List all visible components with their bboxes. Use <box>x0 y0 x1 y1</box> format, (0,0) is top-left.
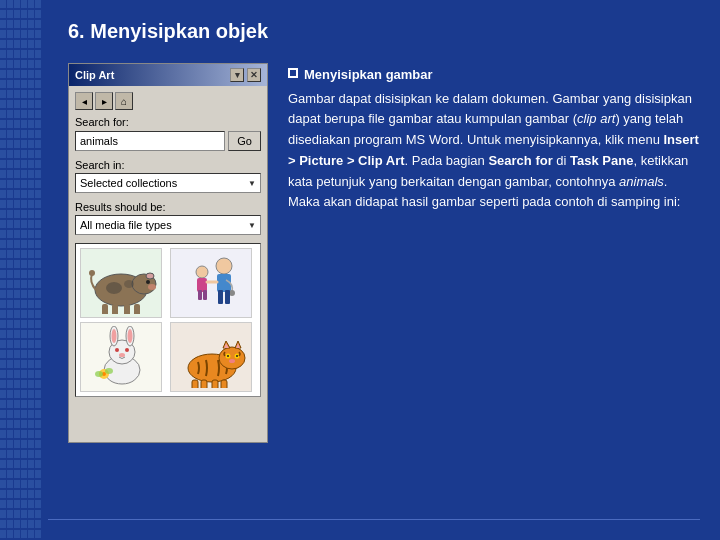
svg-point-45 <box>229 359 235 363</box>
description-text: Gambar dapat disisipkan ke dalam dokumen… <box>288 89 700 214</box>
clip-art-doctor[interactable] <box>170 248 252 318</box>
clip-art-panel: Clip Art ▾ ✕ ◂ ▸ ⌂ Search for: <box>68 63 268 443</box>
svg-rect-49 <box>221 380 227 388</box>
svg-rect-5 <box>102 304 108 314</box>
results-dropdown[interactable]: All media file types ▼ <box>75 215 261 235</box>
search-in-label: Search in: <box>75 159 261 171</box>
search-in-dropdown[interactable]: Selected collections ▼ <box>75 173 261 193</box>
svg-rect-16 <box>225 290 230 304</box>
results-value: All media file types <box>80 219 172 231</box>
panel-titlebar-icons: ▾ ✕ <box>230 68 261 82</box>
svg-point-26 <box>111 329 116 343</box>
main-content: 6. Menyisipkan objek Clip Art ▾ ✕ ◂ ▸ <box>48 0 720 540</box>
svg-point-3 <box>146 280 150 284</box>
panel-titlebar-left: Clip Art <box>75 69 114 81</box>
page-title: 6. Menyisipkan objek <box>68 20 700 43</box>
svg-point-34 <box>105 368 113 374</box>
decorative-stripes <box>0 0 48 540</box>
image-grid <box>75 243 261 397</box>
svg-rect-8 <box>134 304 140 314</box>
doctor-svg <box>174 252 249 314</box>
panel-nav: ◂ ▸ ⌂ <box>75 92 261 110</box>
minimize-button[interactable]: ▾ <box>230 68 244 82</box>
panel-titlebar: Clip Art ▾ ✕ <box>69 64 267 86</box>
bold-search-for: Search for <box>488 153 552 168</box>
svg-rect-19 <box>198 290 202 300</box>
svg-rect-15 <box>218 290 223 304</box>
bold-task-pane: Task Pane <box>570 153 633 168</box>
forward-button[interactable]: ▸ <box>95 92 113 110</box>
search-input[interactable] <box>75 131 225 151</box>
cow-svg <box>84 252 159 314</box>
dropdown-results-arrow-icon: ▼ <box>248 221 256 230</box>
svg-rect-20 <box>203 290 207 300</box>
svg-point-4 <box>148 284 156 290</box>
tiger-svg <box>174 326 249 388</box>
panel-body: ◂ ▸ ⌂ Search for: Go Search in: Selected… <box>69 86 267 403</box>
svg-rect-13 <box>217 274 231 292</box>
home-button[interactable]: ⌂ <box>115 92 133 110</box>
svg-rect-7 <box>124 304 130 314</box>
results-label: Results should be: <box>75 201 261 213</box>
rabbit-svg <box>84 326 159 388</box>
svg-rect-18 <box>197 278 207 292</box>
svg-rect-6 <box>112 304 118 314</box>
clip-art-rabbit[interactable] <box>80 322 162 392</box>
svg-point-36 <box>219 347 245 369</box>
right-description: Menyisipkan gambar Gambar dapat disisipk… <box>288 63 700 213</box>
italic-animals: animals <box>619 174 664 189</box>
svg-rect-48 <box>212 380 218 388</box>
svg-point-10 <box>124 280 134 288</box>
svg-rect-47 <box>201 380 207 388</box>
bullet-row: Menyisipkan gambar <box>288 65 700 85</box>
close-button[interactable]: ✕ <box>247 68 261 82</box>
back-button[interactable]: ◂ <box>75 92 93 110</box>
go-button[interactable]: Go <box>228 131 261 151</box>
search-for-label: Search for: <box>75 116 261 128</box>
panel-title: Clip Art <box>75 69 114 81</box>
bullet-icon <box>288 68 298 78</box>
italic-clip-art: clip art <box>577 111 615 126</box>
dropdown-arrow-icon: ▼ <box>248 179 256 188</box>
svg-point-17 <box>196 266 208 278</box>
clip-art-cow[interactable] <box>80 248 162 318</box>
svg-point-33 <box>95 371 103 377</box>
svg-point-2 <box>146 273 154 279</box>
content-row: Clip Art ▾ ✕ ◂ ▸ ⌂ Search for: <box>68 63 700 443</box>
svg-point-27 <box>127 329 132 343</box>
svg-point-30 <box>119 353 125 357</box>
svg-point-43 <box>227 355 229 357</box>
svg-rect-46 <box>192 380 198 388</box>
bottom-divider <box>48 519 700 520</box>
svg-point-44 <box>236 355 238 357</box>
svg-point-11 <box>89 270 95 276</box>
svg-point-28 <box>115 348 119 352</box>
search-in-value: Selected collections <box>80 177 177 189</box>
search-row: Go <box>75 131 261 151</box>
svg-point-12 <box>216 258 232 274</box>
section-heading: Menyisipkan gambar <box>304 65 433 85</box>
clip-art-tiger[interactable] <box>170 322 252 392</box>
svg-point-9 <box>106 282 122 294</box>
svg-point-29 <box>125 348 129 352</box>
